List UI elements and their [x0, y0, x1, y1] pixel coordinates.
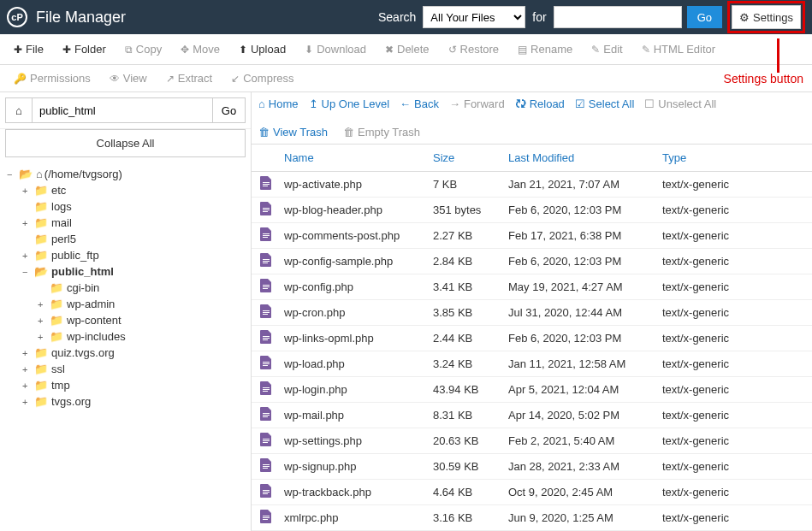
rename-button[interactable]: ▤Rename	[509, 38, 581, 61]
tree-toggle-icon[interactable]: +	[22, 218, 33, 228]
file-row[interactable]: wp-links-opml.php2.44 KBFeb 6, 2020, 12:…	[252, 326, 812, 351]
tree-item[interactable]: 📁cgi-bin	[7, 280, 244, 296]
empty-trash-button[interactable]: 🗑Empty Trash	[343, 126, 420, 139]
tree-item[interactable]: −📂public_html	[7, 263, 244, 280]
copy-button[interactable]: ⧉Copy	[116, 38, 170, 61]
path-input[interactable]	[33, 97, 213, 123]
new-folder-button[interactable]: ✚Folder	[54, 38, 115, 61]
delete-button[interactable]: ✖Delete	[376, 38, 438, 61]
tree-toggle-icon[interactable]: +	[22, 186, 33, 196]
tree-item[interactable]: 📁perl5	[7, 231, 244, 247]
file-grid-body[interactable]: wp-activate.php7 KBJan 21, 2021, 7:07 AM…	[252, 172, 812, 531]
select-all-button[interactable]: ☑Select All	[575, 97, 634, 110]
file-row[interactable]: wp-trackback.php4.64 KBOct 9, 2020, 2:45…	[252, 480, 812, 505]
unselect-all-button[interactable]: ☐Unselect All	[644, 97, 716, 110]
file-row[interactable]: wp-mail.php8.31 KBApr 14, 2020, 5:02 PMt…	[252, 403, 812, 428]
tree-item-label: wp-content	[67, 314, 122, 327]
gear-icon: ⚙	[739, 11, 750, 24]
file-type-icon	[252, 279, 281, 295]
file-row[interactable]: wp-login.php43.94 KBApr 5, 2021, 12:04 A…	[252, 377, 812, 403]
download-button[interactable]: ⬇Download	[296, 38, 375, 61]
upload-button[interactable]: ⬆Upload	[230, 38, 294, 61]
reload-button[interactable]: 🗘Reload	[515, 97, 565, 110]
tree-item[interactable]: +📁tmp	[7, 377, 244, 393]
file-row[interactable]: wp-config.php3.41 KBMay 19, 2021, 4:27 A…	[252, 274, 812, 300]
tree-item[interactable]: +📁public_ftp	[7, 247, 244, 263]
path-home-button[interactable]: ⌂	[5, 97, 33, 123]
column-type[interactable]: Type	[662, 151, 812, 164]
tree-toggle-icon[interactable]: +	[38, 316, 48, 326]
tree-item[interactable]: +📁quiz.tvgs.org	[7, 345, 244, 361]
folder-icon: 📁	[50, 314, 63, 327]
tree-root[interactable]: − 📂 ⌂ (/home/tvgsorg)	[7, 166, 244, 182]
file-type-icon	[252, 381, 281, 398]
search-scope-select[interactable]: All Your Files	[423, 6, 525, 28]
home-label: Home	[269, 97, 299, 110]
restore-button[interactable]: ↺Restore	[440, 38, 508, 61]
tree-item[interactable]: +📁ssl	[7, 361, 244, 377]
edit-button[interactable]: ✎Edit	[583, 38, 631, 61]
tree-item[interactable]: +📁etc	[7, 182, 244, 198]
file-row[interactable]: wp-blog-header.php351 bytesFeb 6, 2020, …	[252, 198, 812, 223]
view-trash-button[interactable]: 🗑View Trash	[258, 126, 328, 139]
view-button[interactable]: 👁View	[101, 67, 156, 90]
file-row[interactable]: wp-comments-post.php2.27 KBFeb 17, 2021,…	[252, 223, 812, 249]
tree-toggle-icon[interactable]: +	[22, 348, 33, 358]
tree-item-label: wp-includes	[67, 330, 126, 343]
file-modified: Jan 21, 2021, 7:07 AM	[508, 178, 662, 191]
compress-button[interactable]: ↙Compress	[222, 67, 302, 90]
tree-item[interactable]: +📁tvgs.org	[7, 393, 244, 410]
tree-item[interactable]: 📁logs	[7, 198, 244, 215]
tree-toggle-icon[interactable]: +	[22, 381, 33, 391]
file-type: text/x-generic	[662, 486, 812, 499]
file-row[interactable]: wp-load.php3.24 KBJan 11, 2021, 12:58 AM…	[252, 351, 812, 377]
tree-toggle-icon[interactable]: +	[22, 251, 33, 261]
file-row[interactable]: wp-activate.php7 KBJan 21, 2021, 7:07 AM…	[252, 172, 812, 198]
file-row[interactable]: xmlrpc.php3.16 KBJun 9, 2020, 1:25 AMtex…	[252, 505, 812, 531]
file-size: 2.44 KB	[433, 332, 508, 345]
tree-toggle-icon[interactable]: +	[38, 332, 48, 342]
file-icon	[260, 484, 272, 498]
app-title: File Manager	[36, 9, 126, 27]
settings-button[interactable]: ⚙ Settings	[732, 5, 801, 29]
unselect-all-label: Unselect All	[658, 97, 716, 110]
tree-item[interactable]: +📁wp-includes	[7, 328, 244, 345]
main-area: ⌂ Go Collapse All − 📂 ⌂ (/home/tvgsorg) …	[0, 92, 812, 531]
forward-button[interactable]: →Forward	[449, 97, 505, 110]
tree-toggle-icon[interactable]: +	[22, 364, 33, 375]
html-editor-button[interactable]: ✎HTML Editor	[633, 38, 724, 61]
search-input[interactable]	[554, 6, 682, 28]
move-button[interactable]: ✥Move	[172, 38, 228, 61]
tree-item[interactable]: +📁wp-content	[7, 312, 244, 328]
column-name[interactable]: Name	[281, 151, 433, 164]
tree-toggle-icon[interactable]: +	[38, 299, 48, 310]
file-row[interactable]: wp-signup.php30.59 KBJan 28, 2021, 2:33 …	[252, 454, 812, 480]
back-button[interactable]: ←Back	[400, 97, 439, 110]
path-go-button[interactable]: Go	[213, 97, 246, 123]
move-icon: ✥	[181, 44, 189, 56]
up-one-level-button[interactable]: ↥Up One Level	[309, 97, 390, 110]
cpanel-logo-icon: cP	[7, 7, 27, 27]
file-row[interactable]: wp-config-sample.php2.84 KBFeb 6, 2020, …	[252, 249, 812, 274]
settings-highlight: ⚙ Settings	[727, 1, 805, 33]
search-go-button[interactable]: Go	[687, 6, 722, 28]
column-size[interactable]: Size	[433, 151, 508, 164]
plus-icon: ✚	[62, 44, 71, 56]
new-file-button[interactable]: ✚File	[5, 38, 52, 61]
folder-icon: 📁	[34, 395, 48, 408]
tree-toggle-icon[interactable]: +	[22, 397, 33, 407]
column-modified[interactable]: Last Modified	[508, 151, 662, 164]
tree-item[interactable]: +📁wp-admin	[7, 296, 244, 312]
right-panel: ⌂Home ↥Up One Level ←Back →Forward 🗘Relo…	[252, 92, 812, 531]
tree-item[interactable]: +📁mail	[7, 215, 244, 231]
file-name: wp-settings.php	[281, 434, 433, 447]
extract-button[interactable]: ↗Extract	[157, 67, 221, 90]
file-row[interactable]: wp-settings.php20.63 KBFeb 2, 2021, 5:40…	[252, 428, 812, 454]
tree-toggle-icon[interactable]: −	[7, 169, 17, 180]
collapse-all-button[interactable]: Collapse All	[5, 129, 246, 157]
file-row[interactable]: wp-cron.php3.85 KBJul 31, 2020, 12:44 AM…	[252, 300, 812, 326]
permissions-button[interactable]: 🔑Permissions	[5, 67, 99, 90]
tree-toggle-icon[interactable]: −	[22, 267, 33, 277]
home-button[interactable]: ⌂Home	[258, 97, 299, 110]
file-modified: Jun 9, 2020, 1:25 AM	[508, 511, 662, 524]
